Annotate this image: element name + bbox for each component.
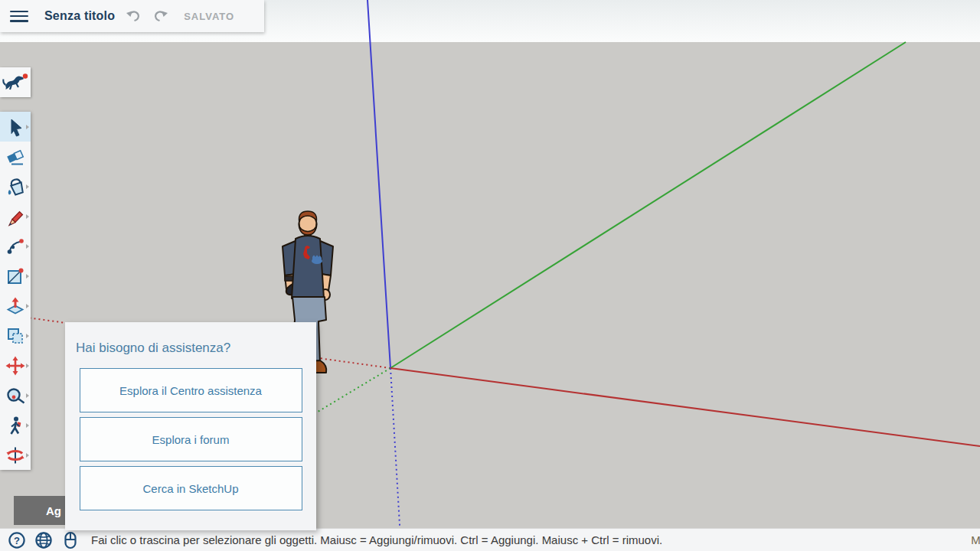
tool-walk[interactable] — [0, 410, 31, 440]
arc-icon — [5, 236, 25, 256]
question-circle-icon: ? — [8, 531, 26, 549]
measurements-label: Mi — [971, 533, 980, 546]
tape-measure-icon — [5, 386, 25, 406]
menu-icon[interactable] — [10, 11, 28, 22]
save-status-label: SALVATO — [184, 11, 234, 22]
flyout-arrow-icon — [26, 423, 29, 428]
mouse-icon — [62, 531, 79, 549]
flyout-arrow-icon — [26, 214, 29, 219]
svg-text:?: ? — [14, 534, 20, 546]
push-pull-icon — [5, 296, 25, 316]
flyout-arrow-icon — [26, 274, 29, 279]
tool-paint-bucket[interactable] — [0, 171, 31, 201]
undo-arrow-icon — [125, 8, 142, 24]
flyout-arrow-icon — [26, 184, 29, 189]
search-sketchup-button[interactable]: Cerca in SketchUp — [80, 466, 302, 510]
walk-icon — [5, 416, 25, 435]
flyout-arrow-icon — [26, 125, 29, 129]
status-bar: ? Fai clic o trascina per selezionare gl… — [0, 528, 980, 551]
globe-icon — [34, 531, 54, 549]
explore-help-center-button[interactable]: Esplora il Centro assistenza — [80, 368, 302, 412]
select-cursor-icon — [5, 117, 25, 137]
redo-button[interactable] — [152, 7, 170, 25]
flyout-arrow-icon — [26, 393, 29, 398]
flyout-arrow-icon — [26, 334, 29, 338]
sketchup-dog-icon — [2, 72, 28, 93]
undo-button[interactable] — [124, 7, 142, 25]
status-hint-text: Fai clic o trascina per selezionare gli … — [91, 533, 662, 546]
redo-arrow-icon — [152, 8, 169, 24]
search-sketchup-launcher[interactable] — [0, 67, 31, 97]
eraser-icon — [5, 147, 25, 167]
move-icon — [5, 356, 25, 376]
flyout-arrow-icon — [26, 244, 29, 249]
tool-rectangle[interactable] — [0, 261, 31, 291]
paint-bucket-icon — [5, 177, 25, 197]
orbit-icon — [5, 445, 25, 465]
explore-forums-button[interactable]: Esplora i forum — [80, 417, 302, 461]
document-title[interactable]: Senza titolo — [44, 9, 115, 23]
tool-orbit[interactable] — [0, 440, 31, 470]
tool-eraser[interactable] — [0, 142, 31, 171]
tool-select[interactable] — [0, 112, 31, 142]
pencil-icon — [5, 207, 25, 227]
flyout-arrow-icon — [26, 364, 29, 368]
tool-pencil-line[interactable] — [0, 201, 31, 231]
mouse-hints-button[interactable] — [60, 531, 80, 549]
rectangle-icon — [5, 266, 25, 286]
language-button[interactable] — [34, 531, 54, 549]
tool-palette — [0, 112, 31, 470]
help-button[interactable]: ? — [7, 531, 27, 549]
offset-icon — [5, 326, 25, 346]
tool-move[interactable] — [0, 350, 31, 380]
tool-tape-measure[interactable] — [0, 380, 31, 410]
sketchup-web-app: Senza titolo SALVATO — [0, 0, 980, 551]
flyout-arrow-icon — [26, 304, 29, 308]
tool-offset[interactable] — [0, 321, 31, 350]
title-bar: Senza titolo SALVATO — [0, 0, 264, 32]
flyout-arrow-icon — [26, 453, 29, 458]
tool-two-point-arc[interactable] — [0, 231, 31, 261]
assistance-panel-title: Hai bisogno di assistenza? — [76, 341, 305, 356]
tool-push-pull[interactable] — [0, 291, 31, 321]
assistance-panel: Hai bisogno di assistenza? Esplora il Ce… — [65, 322, 316, 530]
